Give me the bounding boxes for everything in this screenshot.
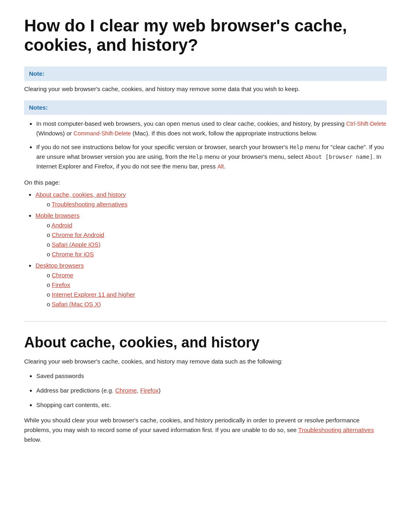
help-code-2: Help xyxy=(189,154,203,160)
toc-link-desktop[interactable]: Desktop browsers xyxy=(35,262,84,269)
toc-link-chrome-ios[interactable]: Chrome for iOS xyxy=(52,251,94,258)
notes-list-item-2: If you do not see instructions below for… xyxy=(36,142,387,171)
ctrl-shift-delete-kbd: Ctrl-Shift-Delete xyxy=(346,121,386,127)
about-troubleshooting-link[interactable]: Troubleshooting alternatives xyxy=(298,426,374,433)
toc-sublist-desktop: Chrome Firefox Internet Explorer 11 and … xyxy=(47,270,387,309)
toc-sublist-mobile: Android Chrome for Android Safari (Apple… xyxy=(47,220,387,259)
alt-kbd: Alt xyxy=(217,163,224,170)
about-browser-code: About [browser name] xyxy=(305,154,373,160)
toc-link-chrome[interactable]: Chrome xyxy=(52,272,73,278)
about-intro: Clearing your web browser's cache, cooki… xyxy=(24,357,387,366)
toc-item-about: About cache, cookies, and history Troubl… xyxy=(35,190,387,209)
toc-link-safari-mac[interactable]: Safari (Mac OS X) xyxy=(52,301,101,308)
toc-link-about[interactable]: About cache, cookies, and history xyxy=(35,191,126,198)
on-this-page-label: On this page: xyxy=(24,178,387,187)
toc-link-ie[interactable]: Internet Explorer 11 and higher xyxy=(52,291,135,298)
notes-box: Notes: xyxy=(24,100,387,115)
about-item-shopping: Shopping cart contents, etc. xyxy=(36,400,387,410)
toc-subitem-chrome-ios: Chrome for iOS xyxy=(47,249,387,259)
toc-item-desktop: Desktop browsers Chrome Firefox Internet… xyxy=(35,261,387,309)
note-box: Note: xyxy=(24,66,387,81)
toc-subitem-safari-mac: Safari (Mac OS X) xyxy=(47,299,387,309)
toc-item-mobile: Mobile browsers Android Chrome for Andro… xyxy=(35,211,387,259)
about-firefox-link[interactable]: Firefox xyxy=(140,387,159,394)
toc-link-troubleshooting[interactable]: Troubleshooting alternatives xyxy=(52,201,127,208)
about-closing-text: While you should clear your web browser'… xyxy=(24,416,387,445)
page-title: How do I clear my web browser's cache, c… xyxy=(24,16,387,55)
note-label: Note: xyxy=(29,70,44,77)
command-shift-delete-kbd: Command-Shift-Delete xyxy=(74,130,131,137)
notes-list: In most computer-based web browsers, you… xyxy=(36,119,387,171)
toc-subitem-chrome-android: Chrome for Android xyxy=(47,230,387,240)
toc-link-firefox[interactable]: Firefox xyxy=(52,281,71,288)
note-text: Clearing your web browser's cache, cooki… xyxy=(24,84,387,94)
about-item-passwords: Saved passwords xyxy=(36,371,387,381)
toc-sublist-about: Troubleshooting alternatives xyxy=(47,200,387,209)
about-section-title: About cache, cookies, and history xyxy=(24,334,387,351)
toc-list: About cache, cookies, and history Troubl… xyxy=(35,190,387,309)
toc-link-chrome-android[interactable]: Chrome for Android xyxy=(52,231,104,238)
section-divider xyxy=(24,321,387,322)
toc-subitem-android: Android xyxy=(47,220,387,230)
toc-subitem-firefox: Firefox xyxy=(47,280,387,290)
about-chrome-link[interactable]: Chrome xyxy=(115,387,137,394)
toc-link-safari-ios[interactable]: Safari (Apple iOS) xyxy=(52,241,101,248)
toc-subitem-troubleshooting: Troubleshooting alternatives xyxy=(47,200,387,209)
about-items-list: Saved passwords Address bar predictions … xyxy=(36,371,387,410)
toc-link-android[interactable]: Android xyxy=(52,222,73,229)
notes-label: Notes: xyxy=(29,104,48,111)
help-code-1: Help xyxy=(290,144,303,150)
toc-subitem-chrome: Chrome xyxy=(47,270,387,280)
toc-link-mobile[interactable]: Mobile browsers xyxy=(35,212,79,219)
notes-list-item-1: In most computer-based web browsers, you… xyxy=(36,119,387,138)
toc-subitem-safari-ios: Safari (Apple iOS) xyxy=(47,240,387,249)
about-item-predictions: Address bar predictions (e.g. Chrome, Fi… xyxy=(36,386,387,395)
about-section: About cache, cookies, and history Cleari… xyxy=(24,334,387,445)
toc-subitem-ie: Internet Explorer 11 and higher xyxy=(47,290,387,299)
